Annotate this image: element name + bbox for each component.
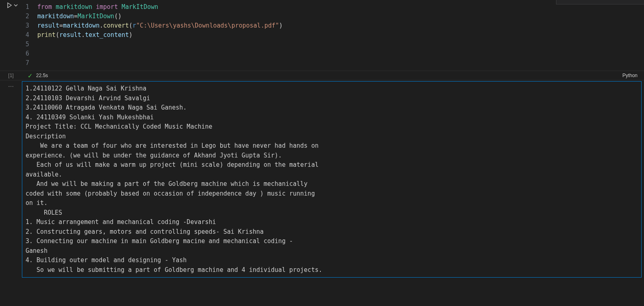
toolbar-button[interactable] xyxy=(586,0,600,4)
cell-status-bar: [1] ✓ 22.5s Python xyxy=(0,71,644,80)
code-cell-input: 1from markitdown import MarkItDown 2mark… xyxy=(0,0,644,71)
code-editor[interactable]: 1from markitdown import MarkItDown 2mark… xyxy=(22,0,644,70)
line-number: 6 xyxy=(22,49,37,58)
run-gutter xyxy=(0,0,22,70)
ellipsis-icon[interactable]: ⋯ xyxy=(8,84,14,280)
line-number: 1 xyxy=(22,2,37,12)
toolbar-button[interactable] xyxy=(556,0,571,4)
line-number: 3 xyxy=(22,21,37,30)
chevron-down-icon xyxy=(14,3,18,7)
execution-count: [1] xyxy=(0,73,22,78)
toolbar-button[interactable] xyxy=(615,0,629,4)
line-number: 7 xyxy=(22,58,37,68)
cell-output[interactable]: 1.24110122 Gella Naga Sai Krishna 2.2411… xyxy=(22,81,642,278)
run-cell-button[interactable] xyxy=(7,2,18,8)
cell-toolbar xyxy=(556,0,644,4)
execution-timing: 22.5s xyxy=(36,73,48,78)
toolbar-button[interactable] xyxy=(600,0,615,4)
line-number: 2 xyxy=(22,12,37,21)
toolbar-button[interactable] xyxy=(629,0,644,4)
toolbar-button[interactable] xyxy=(571,0,586,4)
line-number: 5 xyxy=(22,40,37,49)
run-cell-icon xyxy=(7,2,12,8)
check-icon: ✓ xyxy=(28,73,33,79)
output-gutter: ⋯ xyxy=(0,80,22,280)
cell-output-row: ⋯ 1.24110122 Gella Naga Sai Krishna 2.24… xyxy=(0,80,644,280)
language-label[interactable]: Python xyxy=(623,73,644,78)
line-number: 4 xyxy=(22,30,37,40)
